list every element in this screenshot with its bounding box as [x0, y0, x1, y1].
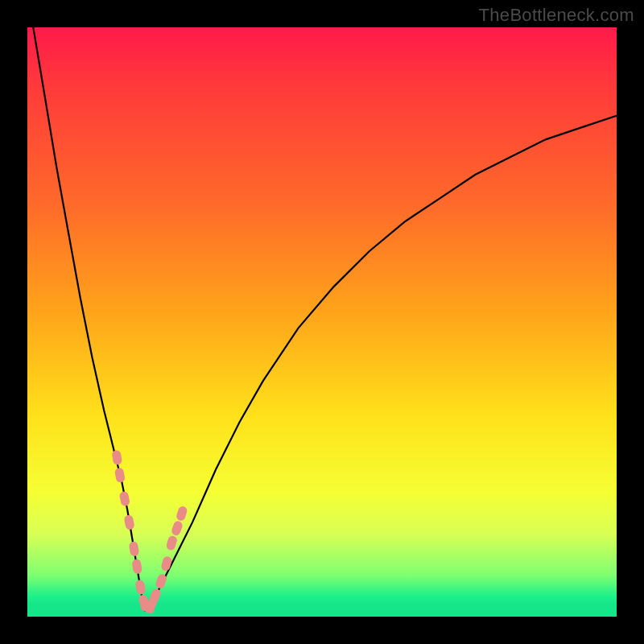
curve-layer: [27, 27, 617, 617]
data-marker: [129, 541, 140, 557]
data-marker: [165, 535, 178, 551]
chart-frame: TheBottleneck.com: [0, 0, 644, 644]
data-marker: [134, 579, 146, 595]
right-branch-curve: [145, 116, 617, 611]
data-marker: [131, 559, 142, 575]
data-marker: [114, 467, 126, 483]
branding-watermark: TheBottleneck.com: [479, 5, 634, 26]
data-marker: [111, 450, 122, 466]
plot-area: [27, 27, 617, 617]
data-marker: [160, 555, 172, 572]
data-marker: [171, 520, 184, 537]
data-marker: [175, 506, 188, 522]
data-marker: [124, 514, 135, 530]
marker-group: [111, 450, 188, 615]
data-marker: [119, 491, 130, 507]
